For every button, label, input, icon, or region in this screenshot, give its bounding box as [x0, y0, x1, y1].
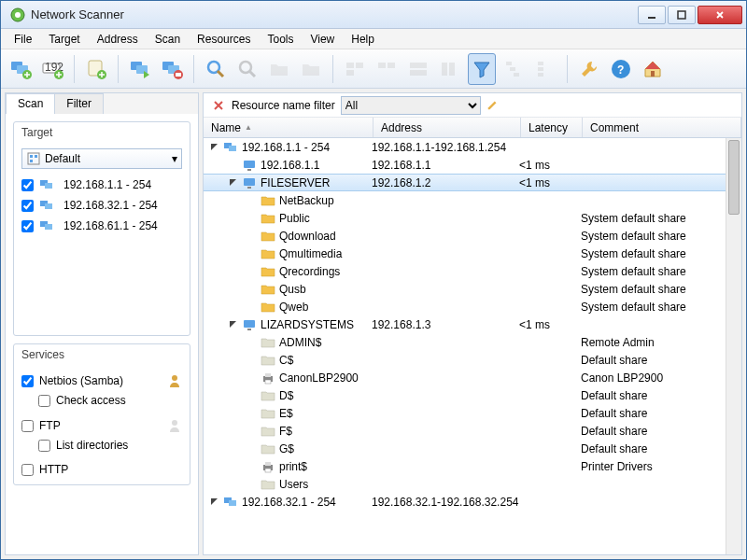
service-http[interactable]: HTTP [21, 460, 182, 479]
service-checkaccess[interactable]: Check access [21, 391, 182, 410]
tree-row[interactable]: QdownloadSystem default share [204, 227, 741, 245]
edit-filter-button[interactable] [486, 98, 501, 113]
service-ftp-check[interactable] [21, 420, 34, 432]
tree-row[interactable]: C$Default share [204, 351, 741, 369]
col-comment[interactable]: Comment [583, 118, 741, 137]
menu-address[interactable]: Address [90, 31, 146, 48]
menu-resources[interactable]: Resources [190, 31, 258, 48]
tree-row[interactable]: LIZARDSYSTEMS192.168.1.3<1 ms [204, 315, 741, 333]
service-listdirs-check[interactable] [38, 440, 50, 452]
svg-rect-22 [356, 63, 363, 68]
tb-group-3[interactable] [404, 53, 432, 85]
service-netbios-check[interactable] [21, 375, 34, 387]
target-range-0-label: 192.168.1.1 - 254 [63, 178, 151, 191]
svg-rect-26 [410, 63, 427, 68]
tree-row[interactable]: 192.168.1.1 - 254192.168.1.1-192.168.1.2… [204, 138, 741, 156]
tree-row[interactable]: QmultimediaSystem default share [204, 245, 741, 262]
svg-rect-21 [346, 63, 354, 68]
results-tree[interactable]: 192.168.1.1 - 254192.168.1.1-192.168.1.2… [204, 138, 741, 554]
menu-file[interactable]: File [7, 31, 39, 48]
menu-help[interactable]: Help [344, 31, 382, 48]
tree-row[interactable]: QusbSystem default share [204, 280, 741, 298]
scrollbar-thumb[interactable] [728, 140, 740, 215]
window-title: Network Scanner [31, 7, 638, 21]
main-panel: Resource name filter All Name▲ Address L… [203, 92, 742, 555]
tree-row[interactable]: 192.168.1.1192.168.1.1<1 ms [204, 156, 741, 174]
tb-scroll-add[interactable] [82, 53, 110, 85]
service-http-check[interactable] [21, 464, 34, 476]
tree-row[interactable]: ADMIN$Remote Admin [204, 333, 741, 351]
tb-search-2[interactable] [233, 53, 261, 85]
tb-wrench[interactable] [575, 53, 603, 85]
tree-row[interactable]: FILESERVER192.168.1.2<1 ms [204, 174, 741, 191]
service-netbios-label: Netbios (Samba) [39, 374, 123, 387]
tb-add-ip[interactable]: 192.x.x [38, 53, 66, 85]
user-icon-dim [167, 418, 182, 433]
col-latency[interactable]: Latency [521, 118, 583, 137]
maximize-button[interactable] [668, 6, 696, 24]
tree-row[interactable]: PublicSystem default share [204, 209, 741, 227]
tree-row[interactable]: NetBackup [204, 191, 741, 209]
svg-rect-30 [506, 62, 512, 65]
target-range-1-check[interactable] [21, 200, 34, 212]
menu-tools[interactable]: Tools [260, 31, 301, 48]
tb-group-1[interactable] [341, 53, 369, 85]
tab-scan[interactable]: Scan [6, 93, 55, 114]
menu-target[interactable]: Target [41, 31, 87, 48]
service-listdirs[interactable]: List directories [21, 436, 182, 455]
chevron-down-icon: ▾ [172, 152, 177, 165]
target-combo[interactable]: Default ▾ [21, 148, 182, 169]
vertical-scrollbar[interactable] [726, 138, 741, 554]
svg-rect-40 [30, 155, 33, 158]
tree-row[interactable]: E$Default share [204, 404, 741, 422]
tb-home[interactable] [639, 53, 667, 85]
tb-monitors-play[interactable] [126, 53, 154, 85]
close-button[interactable] [698, 6, 742, 24]
tb-search[interactable] [202, 53, 230, 85]
target-range-0-check[interactable] [21, 179, 34, 191]
svg-rect-53 [229, 146, 236, 151]
tree-row[interactable]: QwebSystem default share [204, 298, 741, 315]
tb-monitors-stop[interactable] [158, 53, 186, 85]
svg-point-49 [172, 375, 177, 381]
tb-tree-2[interactable] [531, 53, 559, 85]
services-group: Services Netbios (Samba) Check access FT… [13, 343, 190, 485]
target-range-0[interactable]: 192.168.1.1 - 254 [21, 175, 182, 195]
col-address[interactable]: Address [374, 118, 521, 137]
tree-row[interactable]: D$Default share [204, 386, 741, 404]
tree-row[interactable]: QrecordingsSystem default share [204, 262, 741, 280]
tb-folder-1[interactable] [265, 53, 293, 85]
clear-filter-button[interactable] [211, 98, 226, 113]
tb-folder-2[interactable] [297, 53, 325, 85]
column-headers: Name▲ Address Latency Comment [204, 118, 741, 138]
tb-help[interactable]: ? [607, 53, 635, 85]
tab-filter[interactable]: Filter [54, 93, 104, 114]
tree-row[interactable]: 192.168.32.1 - 254192.168.32.1-192.168.3… [204, 493, 741, 511]
target-range-2-label: 192.168.61.1 - 254 [63, 219, 158, 232]
tree-row[interactable]: F$Default share [204, 422, 741, 440]
col-name[interactable]: Name▲ [204, 118, 374, 137]
service-netbios[interactable]: Netbios (Samba) [21, 371, 182, 391]
target-range-2[interactable]: 192.168.61.1 - 254 [21, 216, 182, 236]
target-range-1[interactable]: 192.168.32.1 - 254 [21, 195, 182, 216]
filter-select[interactable]: All [341, 96, 481, 115]
tb-group-2[interactable] [373, 53, 401, 85]
target-range-2-check[interactable] [21, 220, 34, 232]
tb-add-monitors[interactable] [7, 53, 35, 85]
svg-rect-55 [247, 169, 251, 171]
tree-row[interactable]: print$Printer Drivers [204, 457, 741, 475]
minimize-button[interactable] [638, 6, 666, 24]
menu-view[interactable]: View [303, 31, 342, 48]
target-label: Target [14, 122, 190, 143]
tree-row[interactable]: G$Default share [204, 440, 741, 457]
tb-funnel[interactable] [468, 53, 496, 85]
menu-scan[interactable]: Scan [148, 31, 188, 48]
tb-group-4[interactable] [436, 53, 464, 85]
tree-row[interactable]: Users [204, 475, 741, 493]
tb-tree-1[interactable] [500, 53, 528, 85]
tree-row[interactable]: CanonLBP2900Canon LBP2900 [204, 369, 741, 386]
svg-rect-29 [449, 63, 455, 76]
service-checkaccess-check[interactable] [38, 395, 50, 407]
service-ftp[interactable]: FTP [21, 415, 182, 436]
target-range-1-label: 192.168.32.1 - 254 [63, 199, 158, 212]
